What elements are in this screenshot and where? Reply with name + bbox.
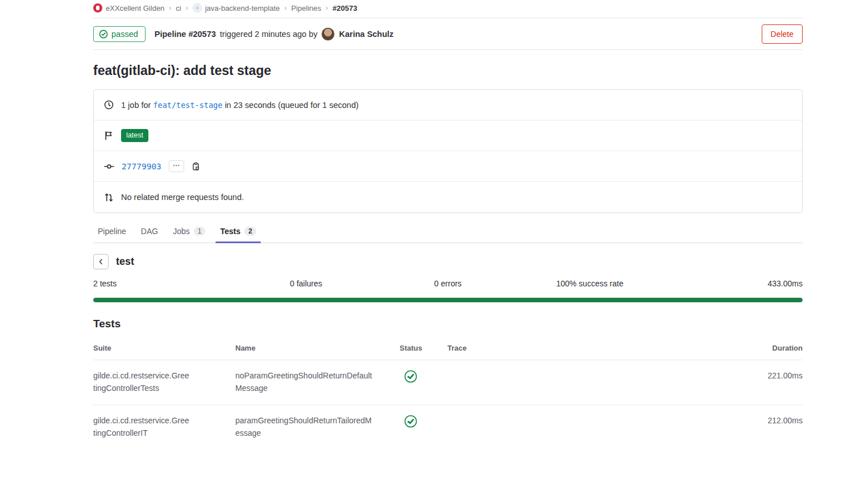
tab-jobs-label: Jobs — [173, 227, 190, 236]
test-suite-header: test — [93, 254, 803, 269]
tests-table: Suite Name Status Trace Duration gilde.c… — [93, 337, 803, 450]
tests-section-heading: Tests — [93, 318, 803, 330]
test-suite-name: test — [116, 256, 134, 268]
commit-row: 27779903 ⋯ — [94, 151, 802, 182]
tab-tests[interactable]: Tests 2 — [215, 220, 260, 243]
flag-icon — [104, 131, 114, 140]
status-badge: passed — [93, 26, 146, 42]
breadcrumb-pipelines-link[interactable]: Pipelines — [291, 4, 321, 13]
commit-sha-link[interactable]: 27779903 — [122, 162, 161, 171]
chevron-separator-icon: › — [186, 4, 188, 12]
table-row[interactable]: gilde.ci.cd.restservice.GreetingControll… — [93, 360, 803, 405]
breadcrumb-subgroup-link[interactable]: ci — [176, 4, 181, 13]
stat-failures: 0 failures — [235, 279, 377, 288]
test-suite-cell: gilde.ci.cd.restservice.GreetingControll… — [93, 370, 235, 394]
success-rate-progress-fill — [93, 298, 803, 302]
breadcrumb-item-group: eXXcellent Gilden — [93, 3, 164, 13]
trigger-text: triggered 2 minutes ago by — [220, 30, 318, 39]
tab-pipeline[interactable]: Pipeline — [93, 220, 131, 243]
chevron-separator-icon: › — [169, 4, 171, 12]
latest-badge: latest — [121, 129, 148, 141]
breadcrumb-item-project: java-backend-template — [193, 3, 280, 13]
clock-icon — [104, 100, 114, 110]
check-circle-icon — [99, 30, 108, 39]
job-summary-suffix: in 23 seconds (queued for 1 second) — [225, 101, 358, 110]
success-rate-progress-bar — [93, 298, 803, 302]
branch-link[interactable]: feat/test-stage — [153, 101, 222, 110]
table-row[interactable]: gilde.ci.cd.restservice.GreetingControll… — [93, 405, 803, 449]
delete-button[interactable]: Delete — [762, 24, 803, 44]
job-summary-prefix: 1 job for — [121, 101, 151, 110]
test-suite-stats: 2 tests 0 failures 0 errors 100% success… — [93, 279, 803, 288]
pipeline-trigger-info: Pipeline #20573 triggered 2 minutes ago … — [155, 27, 394, 41]
breadcrumb-group-link[interactable]: eXXcellent Gilden — [106, 4, 164, 13]
breadcrumb-project-link[interactable]: java-backend-template — [205, 4, 280, 13]
column-header-trace: Trace — [447, 344, 734, 352]
tab-jobs[interactable]: Jobs 1 — [168, 220, 210, 243]
breadcrumb-pipeline-id: #20573 — [333, 4, 357, 13]
tests-table-header: Suite Name Status Trace Duration — [93, 337, 803, 360]
page-title: feat(gitlab-ci): add test stage — [93, 63, 803, 78]
test-suite-cell: gilde.ci.cd.restservice.GreetingControll… — [93, 415, 235, 439]
check-circle-icon — [404, 415, 417, 428]
test-duration-cell: 221.00ms — [734, 370, 803, 382]
tab-dag[interactable]: DAG — [136, 220, 163, 243]
copy-commit-icon[interactable] — [192, 162, 201, 171]
test-name-cell: noParamGreetingShouldReturnDefaultMessag… — [235, 370, 400, 394]
back-button[interactable] — [93, 254, 109, 269]
latest-badge-row: latest — [94, 120, 802, 151]
tab-jobs-count-badge: 1 — [194, 227, 206, 236]
tab-tests-label: Tests — [220, 227, 240, 236]
breadcrumb: eXXcellent Gilden › ci › java-backend-te… — [93, 0, 803, 18]
pipeline-page: eXXcellent Gilden › ci › java-backend-te… — [93, 0, 803, 450]
test-status-cell — [400, 415, 447, 432]
job-summary-text: 1 job for feat/test-stage in 23 seconds … — [121, 101, 359, 110]
merge-request-text: No related merge requests found. — [121, 193, 244, 202]
check-circle-icon — [404, 370, 417, 383]
chevron-separator-icon: › — [284, 4, 286, 12]
project-avatar-icon — [193, 3, 202, 13]
stat-success-rate: 100% success rate — [519, 279, 661, 288]
tab-pipeline-label: Pipeline — [98, 227, 126, 236]
author-name[interactable]: Karina Schulz — [339, 30, 393, 39]
chevron-separator-icon: › — [326, 4, 328, 12]
merge-request-icon — [104, 193, 114, 202]
stat-errors: 0 errors — [377, 279, 519, 288]
status-badge-label: passed — [111, 30, 138, 39]
test-name-cell: paramGreetingShouldReturnTailoredMessage — [235, 415, 400, 439]
pipeline-tabs: Pipeline DAG Jobs 1 Tests 2 — [93, 220, 803, 243]
group-avatar-icon — [93, 3, 102, 13]
tab-dag-label: DAG — [141, 227, 158, 236]
column-header-duration: Duration — [734, 344, 803, 352]
avatar[interactable] — [321, 27, 335, 41]
chevron-left-icon — [97, 258, 105, 265]
stat-duration: 433.00ms — [661, 279, 803, 288]
test-duration-cell: 212.00ms — [734, 415, 803, 427]
column-header-status: Status — [400, 344, 447, 352]
job-summary-row: 1 job for feat/test-stage in 23 seconds … — [94, 90, 802, 120]
pipeline-number: Pipeline #20573 — [155, 30, 216, 39]
pipeline-status-bar: passed Pipeline #20573 triggered 2 minut… — [93, 18, 803, 50]
merge-request-row: No related merge requests found. — [94, 182, 802, 213]
column-header-suite: Suite — [93, 344, 235, 352]
commit-icon — [104, 161, 114, 172]
pipeline-info-card: 1 job for feat/test-stage in 23 seconds … — [93, 89, 803, 213]
commit-expand-button[interactable]: ⋯ — [169, 160, 184, 172]
test-status-cell — [400, 370, 447, 387]
column-header-name: Name — [235, 344, 400, 352]
stat-total-tests: 2 tests — [93, 279, 235, 288]
tab-tests-count-badge: 2 — [244, 227, 256, 236]
